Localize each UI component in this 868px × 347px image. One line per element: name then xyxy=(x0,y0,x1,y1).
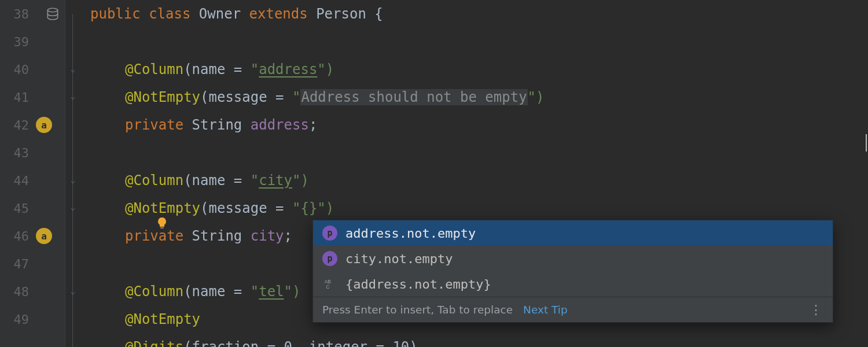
gutter: 38 39 40 41 42 a 43 44 45 46 a 47 48 49 xyxy=(0,0,65,347)
fold-toggle-icon[interactable]: ⌄ xyxy=(68,286,78,296)
code-line[interactable]: public class Owner extends Person { xyxy=(90,0,868,28)
usage-badge-icon[interactable]: a xyxy=(36,117,52,133)
line-number: 44 xyxy=(14,174,65,188)
svg-text:C: C xyxy=(326,285,330,290)
next-tip-link[interactable]: Next Tip xyxy=(523,304,568,316)
more-icon[interactable]: ⋮ xyxy=(810,302,823,317)
line-number: 41 xyxy=(14,90,65,105)
line-number: 43 xyxy=(14,146,65,160)
code-line[interactable] xyxy=(90,139,868,167)
usage-badge-icon[interactable]: a xyxy=(36,228,52,244)
code-line[interactable]: @NotEmpty(message = "Address should not … xyxy=(90,83,868,111)
completion-popup: p address.not.empty p city.not.empty ABC… xyxy=(312,220,833,323)
text-icon: ABC xyxy=(322,276,337,291)
fold-toggle-icon[interactable]: ⌄ xyxy=(68,91,78,101)
line-number: 48 xyxy=(14,285,65,299)
fold-column: ⌄ ⌄ ⌄ ⌄ ⌄ xyxy=(65,0,83,347)
line-number: 40 xyxy=(14,62,65,77)
svg-text:AB: AB xyxy=(325,279,332,285)
completion-label: address.not.empty xyxy=(345,226,476,241)
code-line[interactable]: @Column(name = "city") xyxy=(90,167,868,194)
line-number: 47 xyxy=(14,257,65,271)
fold-toggle-icon[interactable]: ⌄ xyxy=(68,202,78,212)
fold-toggle-icon[interactable]: ⌄ xyxy=(68,175,78,185)
database-icon[interactable] xyxy=(45,6,60,21)
property-icon: p xyxy=(322,251,337,266)
code-line[interactable]: private String address; xyxy=(90,111,868,139)
code-line[interactable]: @NotEmpty(message = "{}") xyxy=(90,194,868,222)
svg-point-0 xyxy=(47,8,57,12)
completion-label: {address.not.empty} xyxy=(345,277,491,291)
completion-footer: Press Enter to insert, Tab to replace Ne… xyxy=(313,297,833,322)
completion-hint: Press Enter to insert, Tab to replace xyxy=(322,304,513,316)
completion-label: city.not.empty xyxy=(345,252,453,266)
fold-toggle-icon[interactable]: ⌄ xyxy=(68,64,78,74)
line-number: 39 xyxy=(14,35,65,49)
text-cursor-icon xyxy=(866,134,867,152)
completion-item[interactable]: p city.not.empty xyxy=(313,246,833,271)
code-line[interactable] xyxy=(90,28,868,56)
property-icon: p xyxy=(322,226,337,241)
code-line[interactable]: @Digits(fraction = 0, integer = 10) xyxy=(90,333,868,347)
code-editor[interactable]: 38 39 40 41 42 a 43 44 45 46 a 47 48 49 … xyxy=(0,0,868,347)
completion-item[interactable]: ABC {address.not.empty} xyxy=(313,271,833,297)
line-number: 45 xyxy=(14,201,65,216)
code-line[interactable]: @Column(name = "address") xyxy=(90,56,868,83)
line-number: 49 xyxy=(14,312,65,327)
intention-bulb-icon[interactable] xyxy=(88,200,102,214)
completion-item[interactable]: p address.not.empty xyxy=(313,220,833,246)
